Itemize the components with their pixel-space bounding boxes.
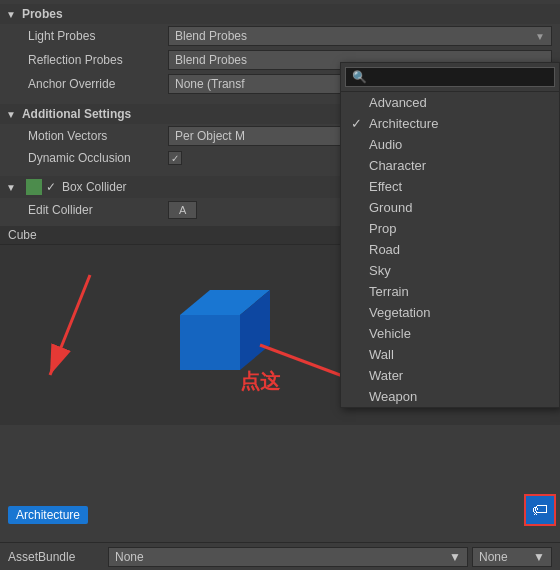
- dropdown-items-container: Advanced✓Architecture Audio Character Ef…: [341, 92, 559, 407]
- dropdown-item-label-ground: Ground: [369, 200, 412, 215]
- dropdown-item-label-wall: Wall: [369, 347, 394, 362]
- dropdown-item-label-vehicle: Vehicle: [369, 326, 411, 341]
- dropdown-item-audio[interactable]: Audio: [341, 134, 559, 155]
- dropdown-item-architecture[interactable]: ✓Architecture: [341, 113, 559, 134]
- svg-line-1: [50, 275, 90, 375]
- dropdown-item-label-weapon: Weapon: [369, 389, 417, 404]
- dropdown-item-advanced[interactable]: Advanced: [341, 92, 559, 113]
- tag-icon-button[interactable]: 🏷: [524, 494, 556, 526]
- assetbundle-row: AssetBundle None ▼ None ▼: [0, 542, 560, 570]
- dropdown-item-label-effect: Effect: [369, 179, 402, 194]
- dropdown-item-label-character: Character: [369, 158, 426, 173]
- light-probes-row: Light Probes Blend Probes ▼: [0, 24, 560, 48]
- dropdown-item-label-prop: Prop: [369, 221, 396, 236]
- light-probes-dropdown[interactable]: Blend Probes ▼: [168, 26, 552, 46]
- dropdown-item-sky[interactable]: Sky: [341, 260, 559, 281]
- red-arrow-annotation: [10, 265, 170, 395]
- additional-settings-label: Additional Settings: [22, 107, 131, 121]
- check-mark-architecture: ✓: [351, 116, 363, 131]
- reflection-probes-label: Reflection Probes: [28, 53, 168, 67]
- search-input[interactable]: [345, 67, 555, 87]
- assetbundle-label: AssetBundle: [8, 550, 108, 564]
- dropdown-item-vehicle[interactable]: Vehicle: [341, 323, 559, 344]
- probes-section-header: ▼ Probes: [0, 4, 560, 24]
- edit-collider-label: Edit Collider: [28, 203, 168, 217]
- dropdown-item-vegetation[interactable]: Vegetation: [341, 302, 559, 323]
- dropdown-item-label-sky: Sky: [369, 263, 391, 278]
- dynamic-occlusion-label: Dynamic Occlusion: [28, 151, 168, 165]
- dropdown-item-label-terrain: Terrain: [369, 284, 409, 299]
- dropdown-item-weapon[interactable]: Weapon: [341, 386, 559, 407]
- dropdown-item-character[interactable]: Character: [341, 155, 559, 176]
- collider-checkbox[interactable]: ✓: [46, 180, 56, 194]
- collapse-triangle-settings[interactable]: ▼: [6, 109, 16, 120]
- dropdown-item-label-road: Road: [369, 242, 400, 257]
- light-probes-label: Light Probes: [28, 29, 168, 43]
- dropdown-item-label-audio: Audio: [369, 137, 402, 152]
- box-collider-label: Box Collider: [62, 180, 127, 194]
- bottom-tag-bar: Architecture: [0, 502, 560, 528]
- collapse-triangle-probes[interactable]: ▼: [6, 9, 16, 20]
- dropdown-item-label-architecture: Architecture: [369, 116, 438, 131]
- dropdown-arrow-light: ▼: [535, 31, 545, 42]
- dropdown-item-label-advanced: Advanced: [369, 95, 427, 110]
- cube-icon: [26, 179, 42, 195]
- assetbundle-dropdown-1[interactable]: None ▼: [108, 547, 468, 567]
- probes-label: Probes: [22, 7, 63, 21]
- dropdown-item-ground[interactable]: Ground: [341, 197, 559, 218]
- dropdown-item-wall[interactable]: Wall: [341, 344, 559, 365]
- assetbundle-dropdown-2[interactable]: None ▼: [472, 547, 552, 567]
- asset-label-dropdown: Advanced✓Architecture Audio Character Ef…: [340, 62, 560, 408]
- dropdown-item-water[interactable]: Water: [341, 365, 559, 386]
- collapse-triangle-collider[interactable]: ▼: [6, 182, 16, 193]
- dropdown-item-prop[interactable]: Prop: [341, 218, 559, 239]
- dropdown-item-label-water: Water: [369, 368, 403, 383]
- tag-icon: 🏷: [532, 501, 548, 519]
- architecture-tag[interactable]: Architecture: [8, 506, 88, 524]
- ab-dropdown-arrow-1: ▼: [449, 550, 461, 564]
- edit-collider-button[interactable]: A: [168, 201, 197, 219]
- light-probes-value: Blend Probes ▼: [168, 26, 552, 46]
- ab-dropdown-arrow-2: ▼: [533, 550, 545, 564]
- motion-vectors-label: Motion Vectors: [28, 129, 168, 143]
- dropdown-item-label-vegetation: Vegetation: [369, 305, 430, 320]
- dropdown-item-effect[interactable]: Effect: [341, 176, 559, 197]
- dropdown-item-road[interactable]: Road: [341, 239, 559, 260]
- dynamic-occlusion-checkbox-row: ✓: [168, 151, 186, 165]
- dropdown-item-terrain[interactable]: Terrain: [341, 281, 559, 302]
- anchor-override-label: Anchor Override: [28, 77, 168, 91]
- dynamic-occlusion-checkbox[interactable]: ✓: [168, 151, 182, 165]
- search-row: [341, 63, 559, 92]
